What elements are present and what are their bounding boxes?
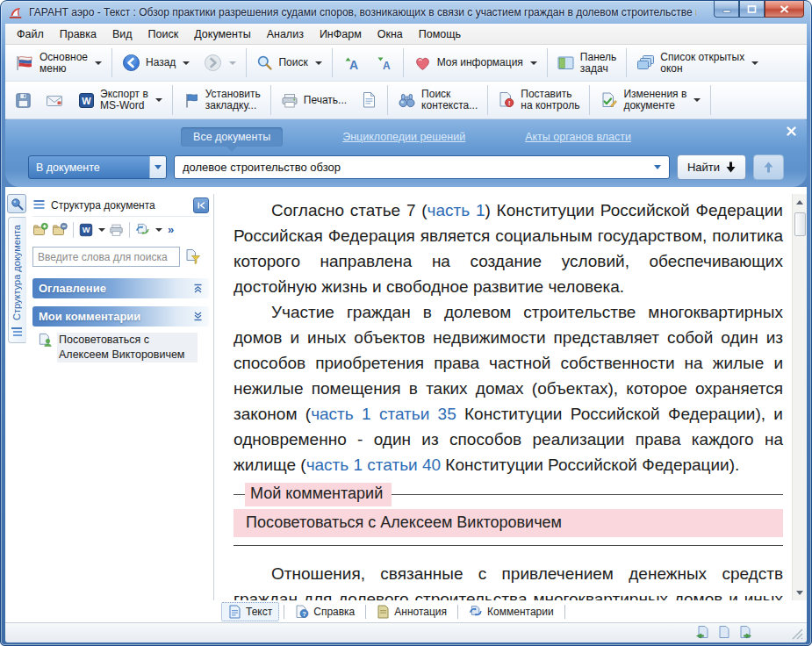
sidebar-send-button[interactable] — [135, 223, 150, 237]
font-increase-button[interactable]: A — [335, 45, 368, 81]
back-button[interactable]: Назад — [115, 45, 197, 81]
expand-section-icon[interactable] — [193, 312, 203, 321]
save-button[interactable] — [8, 82, 39, 118]
window-controls — [714, 1, 804, 18]
paragraph: Участие граждан в долевом строительстве … — [234, 299, 783, 477]
sidebar-toolbar: W — [32, 216, 209, 240]
previous-document-button[interactable] — [695, 625, 710, 641]
statusbar — [5, 622, 807, 642]
arrow-up-icon — [764, 162, 773, 173]
tab-all-documents[interactable]: Все документы — [181, 127, 283, 147]
chevron-down-icon — [530, 61, 537, 65]
collapse-section-icon[interactable] — [193, 284, 203, 293]
sidebar-search-input[interactable] — [32, 247, 180, 267]
document-content[interactable]: Согласно статье 7 (часть 1) Конституции … — [214, 194, 792, 600]
toolbar-separator — [626, 48, 627, 77]
close-button[interactable] — [765, 1, 804, 18]
resize-grip[interactable] — [792, 628, 803, 640]
comment-text[interactable]: Посоветоваться с Алексеем Викторовичем — [234, 509, 783, 537]
scroll-up-button[interactable] — [794, 195, 807, 209]
chevron-down-icon[interactable] — [155, 228, 162, 232]
document-link[interactable]: часть 1 — [428, 201, 485, 219]
print-button[interactable]: Печать... — [274, 82, 354, 118]
context-search-label: Поиск контекста... — [421, 89, 478, 111]
find-button[interactable]: Найти — [677, 154, 746, 180]
filter-icon — [184, 248, 201, 265]
tab-comments[interactable]: Комментарии — [463, 603, 560, 621]
next-document-button[interactable] — [737, 625, 752, 641]
print-label: Печать... — [304, 95, 347, 106]
chevron-down-icon[interactable] — [98, 228, 105, 232]
menu-search[interactable]: Поиск — [140, 25, 187, 43]
annotation-document-icon — [377, 605, 390, 619]
document-link[interactable]: часть 1 статьи 40 — [306, 456, 441, 474]
filter-button[interactable] — [184, 248, 201, 265]
find-previous-button[interactable] — [753, 154, 784, 180]
open-windows-button[interactable]: Список открытых окон — [629, 45, 765, 81]
task-panel-button[interactable]: Панель задач — [550, 45, 623, 81]
current-document-button[interactable] — [716, 625, 731, 641]
tab-authority-acts[interactable]: Акты органов власти — [525, 131, 631, 143]
document-changes-button[interactable]: Изменения в документе — [593, 82, 708, 118]
scrollbar-thumb[interactable] — [794, 212, 806, 236]
expand-all-button[interactable] — [32, 222, 48, 237]
tab-encyclopedias[interactable]: Энциклопедии решений — [342, 131, 465, 143]
menu-windows[interactable]: Окна — [370, 25, 411, 43]
document-icon — [716, 625, 731, 641]
menu-view[interactable]: Вид — [104, 25, 140, 43]
sidebar-export-word-button[interactable]: W — [79, 223, 93, 237]
forward-arrow-icon — [204, 54, 222, 72]
query-history-chevron-icon[interactable] — [654, 165, 661, 169]
document-link[interactable]: часть 1 статьи 35 — [311, 405, 456, 423]
export-word-button[interactable]: W Экспорт в MS-Word — [71, 82, 169, 118]
word-icon: W — [78, 92, 95, 109]
font-decrease-button[interactable]: A — [368, 45, 400, 81]
tab-text[interactable]: Текст — [221, 602, 279, 621]
maximize-button[interactable] — [739, 1, 765, 18]
pin-sidebar-button[interactable] — [7, 194, 26, 213]
send-mail-button[interactable] — [39, 82, 71, 118]
comment-tree-item[interactable]: Посоветоваться с Алексеем Викторовичем — [38, 333, 209, 362]
task-panel-label: Панель задач — [580, 52, 616, 75]
magnifier-icon — [256, 54, 273, 71]
collapse-all-button[interactable] — [52, 222, 68, 237]
document-structure-icon — [32, 199, 46, 211]
collapse-left-icon — [196, 200, 206, 211]
document-scrollbar[interactable] — [792, 194, 807, 600]
tab-annotation[interactable]: Аннотация — [370, 603, 453, 621]
chevron-down-icon — [751, 61, 758, 65]
close-search-panel-button[interactable] — [784, 124, 798, 138]
minimize-button[interactable] — [714, 1, 739, 18]
main-menu-button[interactable]: Основное меню — [8, 45, 109, 81]
section-toc[interactable]: Оглавление — [32, 278, 209, 298]
scope-dropdown-button[interactable] — [149, 156, 166, 178]
context-search-button[interactable]: Поиск контекста... — [391, 82, 485, 118]
search-input[interactable] — [183, 161, 654, 174]
section-my-comments[interactable]: Мои комментарии — [32, 306, 209, 327]
structure-vertical-tab[interactable]: Структура документа — [8, 217, 26, 343]
paragraph: Отношения, связанные с привлечением дене… — [234, 561, 783, 600]
put-on-control-label: Поставить на контроль — [521, 89, 579, 111]
titlebar[interactable]: ГАРАНТ аэро - Текст : Обзор практики раз… — [1, 1, 811, 24]
forward-button[interactable] — [197, 45, 243, 81]
tab-reference[interactable]: ? Справка — [289, 603, 361, 621]
search-button[interactable]: Поиск — [249, 45, 328, 81]
menu-documents[interactable]: Документы — [186, 25, 258, 43]
menu-edit[interactable]: Правка — [52, 25, 104, 43]
windows-stack-icon — [636, 54, 655, 71]
put-on-control-button[interactable]: ! Поставить на контроль — [491, 82, 586, 118]
toolbar-overflow-button[interactable]: » — [168, 223, 174, 236]
menu-help[interactable]: Помощь — [411, 25, 469, 43]
menu-analysis[interactable]: Анализ — [259, 25, 312, 43]
menu-file[interactable]: Файл — [9, 25, 52, 43]
menu-infarm[interactable]: ИнФарм — [312, 25, 370, 43]
collapse-sidebar-button[interactable] — [193, 197, 209, 213]
scroll-down-button[interactable] — [794, 585, 807, 599]
set-bookmark-button[interactable]: Установить закладку... — [176, 82, 268, 118]
sidebar-print-button[interactable] — [109, 223, 124, 237]
print-preview-button[interactable] — [354, 82, 384, 118]
document-changes-label: Изменения в документе — [623, 89, 686, 111]
document-alert-icon: ! — [498, 91, 515, 109]
my-information-button[interactable]: Моя информация — [406, 45, 544, 81]
search-scope-select[interactable]: В документе — [28, 155, 167, 179]
